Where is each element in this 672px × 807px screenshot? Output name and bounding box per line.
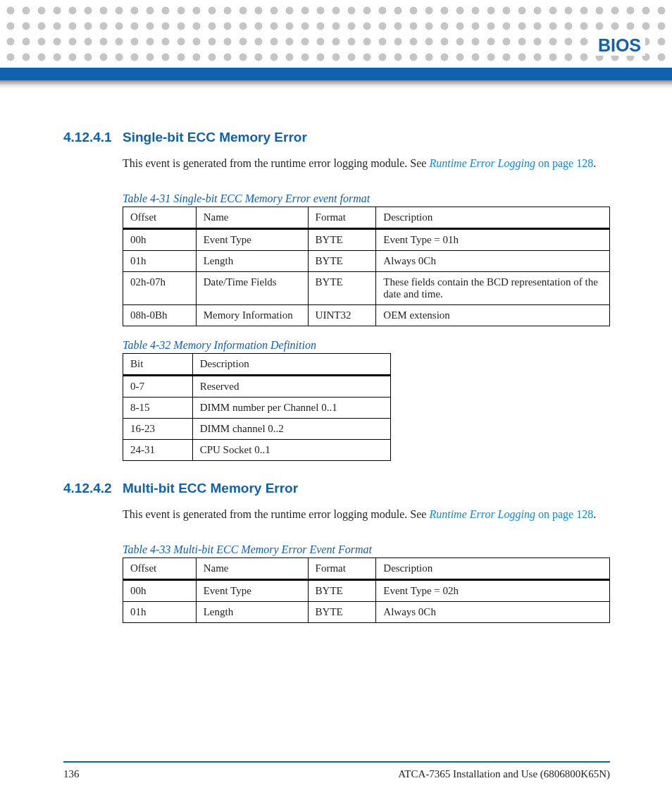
cell: Length xyxy=(196,251,308,272)
footer-rule xyxy=(63,761,610,763)
cell: OEM extension xyxy=(376,305,610,326)
cell: 0-7 xyxy=(123,376,193,398)
cell: Always 0Ch xyxy=(376,602,610,623)
table-row: 8-15 DIMM number per Channel 0..1 xyxy=(123,398,391,419)
cell: DIMM channel 0..2 xyxy=(192,419,390,440)
page-number: 136 xyxy=(63,768,80,780)
cell: BYTE xyxy=(308,580,376,602)
cell: These fields contain the BCD representat… xyxy=(376,272,610,305)
cell: Event Type xyxy=(196,229,308,251)
cell: Date/Time Fields xyxy=(196,272,308,305)
th-name: Name xyxy=(196,558,308,580)
table-header-row: Offset Name Format Description xyxy=(123,558,610,580)
cell: Always 0Ch xyxy=(376,251,610,272)
cell: 8-15 xyxy=(123,398,193,419)
section-number: 4.12.4.1 xyxy=(63,130,123,474)
cell: 00h xyxy=(123,580,197,602)
table-header-row: Offset Name Format Description xyxy=(123,207,610,229)
para-text-end: . xyxy=(593,508,596,520)
xref-runtime-error-logging[interactable]: Runtime Error Logging xyxy=(429,508,535,520)
table-caption-4-33: Table 4-33 Multi-bit ECC Memory Error Ev… xyxy=(123,543,610,556)
cell: 16-23 xyxy=(123,419,193,440)
cell: 24-31 xyxy=(123,440,193,461)
table-header-row: Bit Description xyxy=(123,354,391,376)
header-pattern: BIOS xyxy=(0,0,672,68)
table-row: 0-7 Reserved xyxy=(123,376,391,398)
table-4-32: Bit Description 0-7 Reserved 8-15 DIMM n… xyxy=(123,353,391,461)
table-caption-4-32: Table 4-32 Memory Information Definition xyxy=(123,339,610,352)
th-description: Description xyxy=(376,558,610,580)
cell: Event Type = 02h xyxy=(376,580,610,602)
cell: Event Type = 01h xyxy=(376,229,610,251)
para-text-end: . xyxy=(593,157,596,169)
cell: UINT32 xyxy=(308,305,376,326)
table-4-31: Offset Name Format Description 00h Event… xyxy=(123,207,610,326)
table-row: 00h Event Type BYTE Event Type = 01h xyxy=(123,229,610,251)
th-offset: Offset xyxy=(123,558,197,580)
th-offset: Offset xyxy=(123,207,197,229)
cell: BYTE xyxy=(308,272,376,305)
cell: Memory Information xyxy=(196,305,308,326)
th-bit: Bit xyxy=(123,354,193,376)
xref-page-ref[interactable]: on page 128 xyxy=(535,508,593,520)
table-row: 24-31 CPU Socket 0..1 xyxy=(123,440,391,461)
cell: 01h xyxy=(123,602,197,623)
cell: BYTE xyxy=(308,229,376,251)
table-row: 01h Length BYTE Always 0Ch xyxy=(123,251,610,272)
table-caption-4-31: Table 4-31 Single-bit ECC Memory Error e… xyxy=(123,192,610,205)
table-4-33: Offset Name Format Description 00h Event… xyxy=(123,557,610,623)
cell: BYTE xyxy=(308,251,376,272)
cell: CPU Socket 0..1 xyxy=(192,440,390,461)
chapter-title: BIOS xyxy=(594,35,645,56)
th-description: Description xyxy=(192,354,390,376)
cell: Event Type xyxy=(196,580,308,602)
page-footer: 136 ATCA-7365 Installation and Use (6806… xyxy=(63,761,610,780)
cell: 08h-0Bh xyxy=(123,305,197,326)
header-shadow xyxy=(0,80,672,89)
section-number: 4.12.4.2 xyxy=(63,481,123,636)
section-4-12-4-1: 4.12.4.1 Single-bit ECC Memory Error Thi… xyxy=(63,130,610,474)
table-row: 02h-07h Date/Time Fields BYTE These fiel… xyxy=(123,272,610,305)
section-paragraph: This event is generated from the runtime… xyxy=(123,155,610,171)
section-paragraph: This event is generated from the runtime… xyxy=(123,506,610,522)
document-title: ATCA-7365 Installation and Use (6806800K… xyxy=(398,768,610,780)
section-title: Single-bit ECC Memory Error xyxy=(123,130,610,145)
para-text: This event is generated from the runtime… xyxy=(123,157,429,169)
xref-page-ref[interactable]: on page 128 xyxy=(535,157,593,169)
th-format: Format xyxy=(308,207,376,229)
cell: 02h-07h xyxy=(123,272,197,305)
header-blue-bar xyxy=(0,68,672,80)
th-name: Name xyxy=(196,207,308,229)
section-title: Multi-bit ECC Memory Error xyxy=(123,481,610,496)
th-format: Format xyxy=(308,558,376,580)
section-4-12-4-2: 4.12.4.2 Multi-bit ECC Memory Error This… xyxy=(63,481,610,636)
cell: Length xyxy=(196,602,308,623)
th-description: Description xyxy=(376,207,610,229)
table-row: 16-23 DIMM channel 0..2 xyxy=(123,419,391,440)
xref-runtime-error-logging[interactable]: Runtime Error Logging xyxy=(429,157,535,169)
cell: Reserved xyxy=(192,376,390,398)
cell: 01h xyxy=(123,251,197,272)
table-row: 00h Event Type BYTE Event Type = 02h xyxy=(123,580,610,602)
cell: DIMM number per Channel 0..1 xyxy=(192,398,390,419)
cell: BYTE xyxy=(308,602,376,623)
para-text: This event is generated from the runtime… xyxy=(123,508,429,520)
table-row: 08h-0Bh Memory Information UINT32 OEM ex… xyxy=(123,305,610,326)
cell: 00h xyxy=(123,229,197,251)
table-row: 01h Length BYTE Always 0Ch xyxy=(123,602,610,623)
